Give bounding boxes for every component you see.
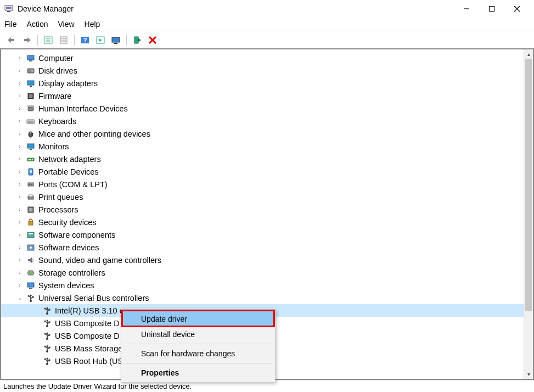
tree-category[interactable]: ›Firmware: [1, 89, 533, 102]
chevron-right-icon[interactable]: ›: [16, 232, 23, 238]
tree-category[interactable]: ›Monitors: [1, 140, 533, 153]
chevron-right-icon[interactable]: ›: [16, 282, 23, 288]
svg-rect-97: [49, 346, 50, 348]
svg-rect-31: [27, 81, 34, 85]
tree-category[interactable]: ›Processors: [1, 203, 533, 216]
tree-category[interactable]: ›Security devices: [1, 216, 533, 228]
svg-marker-91: [46, 332, 48, 334]
tree-category[interactable]: ›Network adapters: [1, 153, 533, 165]
scroll-down-arrow[interactable]: ▾: [524, 369, 533, 379]
delete-button[interactable]: [145, 33, 160, 47]
tree-category[interactable]: ›Mice and other pointing devices: [1, 127, 533, 140]
tree-category-label: Sound, video and game controllers: [38, 256, 161, 265]
showtree-button[interactable]: [41, 33, 55, 47]
chevron-right-icon[interactable]: ›: [16, 206, 23, 212]
context-menu-separator: [123, 363, 273, 363]
svg-rect-63: [29, 288, 32, 289]
maximize-button[interactable]: [479, 0, 504, 18]
svg-rect-54: [29, 194, 32, 197]
tree-category[interactable]: ›Computer: [1, 52, 533, 64]
chevron-right-icon[interactable]: ›: [16, 244, 23, 250]
svg-rect-47: [32, 159, 33, 160]
tree-category-label: Print queues: [38, 193, 83, 201]
tree-device-label: USB Root Hub (US: [55, 357, 123, 366]
context-menu-item[interactable]: Properties: [122, 365, 274, 380]
tree-category[interactable]: ›Ports (COM & LPT): [1, 178, 533, 191]
menu-file[interactable]: File: [4, 20, 17, 29]
swcomp-icon: [26, 231, 35, 239]
menubar: File Action View Help: [0, 18, 534, 31]
tree-category[interactable]: ›Software devices: [1, 241, 533, 254]
tree-category[interactable]: ›Keyboards: [1, 115, 533, 127]
details-button[interactable]: [93, 33, 108, 47]
tree-category[interactable]: ›Human Interface Devices: [1, 102, 533, 115]
tree-category[interactable]: ›Display adapters: [1, 77, 533, 89]
properties-button[interactable]: [57, 33, 71, 47]
toolbar-separator: [126, 35, 127, 46]
chevron-right-icon[interactable]: ›: [16, 55, 23, 61]
tree-category[interactable]: ›System devices: [1, 279, 533, 292]
menu-view[interactable]: View: [58, 20, 74, 29]
usb-icon: [26, 294, 35, 303]
forward-button[interactable]: [20, 33, 34, 47]
minimize-button[interactable]: [454, 0, 479, 18]
tree-category[interactable]: ›Sound, video and game controllers: [1, 254, 533, 266]
tree-category[interactable]: ›Print queues: [1, 191, 533, 203]
chevron-right-icon[interactable]: ›: [16, 257, 23, 263]
tree-category-label: Disk drives: [38, 66, 77, 75]
chevron-right-icon[interactable]: ›: [16, 68, 23, 74]
vertical-scrollbar[interactable]: ▴ ▾: [524, 49, 533, 379]
chevron-right-icon[interactable]: ›: [16, 156, 23, 162]
context-menu-separator: [123, 344, 273, 344]
hid-icon: [26, 104, 35, 113]
usb-icon: [43, 344, 52, 353]
svg-rect-90: [49, 334, 50, 335]
chevron-right-icon[interactable]: ›: [16, 143, 23, 149]
chevron-right-icon[interactable]: ›: [16, 105, 23, 111]
svg-marker-98: [46, 345, 48, 346]
tree-category-label: Software components: [38, 231, 115, 239]
svg-rect-1: [6, 7, 12, 9]
menu-help[interactable]: Help: [85, 20, 100, 29]
svg-rect-50: [28, 183, 33, 186]
svg-point-103: [44, 358, 46, 360]
context-menu-item[interactable]: Update driver: [122, 311, 274, 327]
svg-rect-46: [30, 159, 31, 160]
chevron-right-icon[interactable]: ›: [16, 169, 23, 175]
chevron-right-icon[interactable]: ›: [16, 131, 23, 137]
svg-rect-58: [27, 232, 34, 238]
chevron-right-icon[interactable]: ›: [16, 118, 23, 124]
svg-point-30: [31, 70, 33, 72]
svg-rect-34: [29, 94, 32, 98]
svg-rect-42: [27, 144, 34, 148]
back-button[interactable]: [4, 33, 19, 47]
svg-rect-27: [27, 55, 34, 60]
svg-point-51: [29, 184, 30, 185]
scroll-up-arrow[interactable]: ▴: [524, 49, 533, 59]
titlebar[interactable]: Device Manager: [0, 0, 534, 18]
refresh-button[interactable]: [130, 33, 144, 47]
chevron-down-icon[interactable]: ⌄: [16, 295, 23, 301]
scroll-thumb[interactable]: [525, 59, 532, 311]
context-menu-item[interactable]: Uninstall device: [122, 327, 274, 342]
svg-rect-4: [490, 7, 494, 12]
tree-category-label: Network adapters: [38, 155, 101, 164]
tree-category[interactable]: ⌄Universal Serial Bus controllers: [1, 292, 533, 304]
tree-category[interactable]: ›Portable Devices: [1, 165, 533, 178]
chevron-right-icon[interactable]: ›: [16, 80, 23, 86]
tree-category-label: Computer: [38, 54, 74, 63]
tree-category[interactable]: ›Storage controllers: [1, 266, 533, 279]
chevron-right-icon[interactable]: ›: [16, 270, 23, 276]
chevron-right-icon[interactable]: ›: [16, 181, 23, 187]
chevron-right-icon[interactable]: ›: [16, 219, 23, 225]
help-button[interactable]: ?: [78, 33, 92, 47]
chevron-right-icon[interactable]: ›: [16, 194, 23, 200]
menu-action[interactable]: Action: [27, 20, 48, 29]
monitor-button[interactable]: [109, 33, 123, 47]
chevron-right-icon[interactable]: ›: [16, 93, 23, 99]
tree-category[interactable]: ›Disk drives: [1, 64, 533, 77]
tree-category-label: Security devices: [38, 218, 97, 227]
tree-category[interactable]: ›Software components: [1, 228, 533, 241]
close-button[interactable]: [504, 0, 530, 18]
context-menu-item[interactable]: Scan for hardware changes: [122, 346, 274, 361]
